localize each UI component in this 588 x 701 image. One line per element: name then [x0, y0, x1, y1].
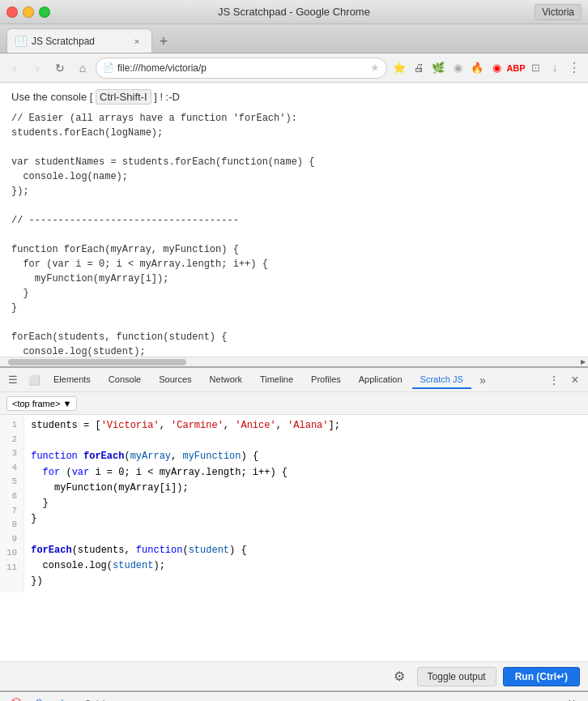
code-line-10: console.log(student); [31, 558, 582, 574]
code-line-8 [31, 527, 582, 542]
devtools-more-tabs-button[interactable]: » [473, 370, 492, 390]
tab-elements[interactable]: Elements [45, 371, 99, 389]
extension-icon-3[interactable]: 🔥 [468, 59, 486, 77]
code-editor[interactable]: 1 2 3 4 5 6 7 8 9 10 11 students = ['Vic… [0, 415, 588, 661]
reload-button[interactable]: ↻ [50, 58, 70, 78]
extension-icon-1[interactable]: 🌿 [429, 59, 447, 77]
line-num-11: 11 [6, 561, 17, 575]
console-tab-console[interactable]: Console [29, 696, 75, 702]
navbar-icons-right: ⭐ 🖨 🌿 ◉ 🔥 ◉ ABP ⊡ ↓ ⋮ [390, 59, 583, 77]
toggle-output-button[interactable]: Toggle output [417, 667, 496, 686]
devtools-panel: ☰ ⬜ Elements Console Sources Network Tim… [0, 366, 588, 690]
settings-gear-button[interactable]: ⚙ [388, 665, 411, 688]
tab-timeline[interactable]: Timeline [252, 371, 301, 389]
console-errors-button[interactable]: 🚫 [6, 694, 26, 702]
scrollbar-right-button[interactable]: ▶ [578, 357, 588, 367]
code-line-1: students = ['Victoria', 'Carmine', 'Anic… [31, 418, 582, 434]
code-line-2 [31, 434, 582, 449]
tab-favicon: 📄 [15, 36, 27, 47]
console-panel: 🚫 Console Quick source × 🚫 ▼ top ▼ Prese… [0, 690, 588, 701]
user-profile[interactable]: Victoria [535, 4, 582, 20]
home-button[interactable]: ⌂ [73, 58, 92, 78]
devtools-settings-button[interactable]: ⋮ [544, 370, 564, 390]
back-button[interactable]: ‹ [5, 58, 24, 78]
extension-icon-5[interactable]: ABP [507, 59, 525, 77]
devtools-inspect-button[interactable]: ☰ [3, 370, 23, 390]
more-menu-icon[interactable]: ⋮ [565, 59, 583, 77]
code-line-7: } [31, 511, 582, 527]
line-num-1: 1 [6, 418, 17, 433]
tab-close-button[interactable]: × [130, 35, 143, 48]
devtools-device-button[interactable]: ⬜ [24, 370, 44, 390]
line-num-6: 6 [6, 489, 17, 504]
line-numbers: 1 2 3 4 5 6 7 8 9 10 11 [0, 415, 24, 592]
code-line-4: for (var i = 0; i < myArray.length; i++)… [31, 465, 582, 481]
code-line-6: } [31, 496, 582, 511]
line-num-8: 8 [6, 518, 17, 532]
frame-select[interactable]: <top frame> ▼ [6, 396, 77, 411]
console-close-button[interactable]: × [562, 694, 582, 702]
devtools-close-button[interactable]: × [565, 370, 585, 390]
window-title: JS Scratchpad - Google Chrome [218, 6, 370, 18]
scratchpad-container: <top frame> ▼ 1 2 3 4 5 6 7 8 9 10 11 [0, 392, 588, 690]
code-content: students = ['Victoria', 'Carmine', 'Anic… [24, 415, 588, 592]
tab-console[interactable]: Console [100, 371, 149, 389]
forward-button[interactable]: › [28, 58, 47, 78]
close-window-button[interactable] [6, 6, 18, 18]
cast-icon[interactable]: ⊡ [526, 59, 544, 77]
line-num-9: 9 [6, 532, 17, 547]
page-hint: Use the console [ Ctrl-Shift-I ] ! :-D [11, 91, 577, 103]
line-num-7: 7 [6, 504, 17, 519]
download-icon[interactable]: ↓ [546, 59, 564, 77]
address-bar[interactable]: 📄 file:///home/victoria/p ★ [96, 58, 387, 79]
page-code: // Easier (all arrays have a function 'f… [11, 111, 577, 366]
code-line-3: function forEach(myArray, myFunction) { [31, 449, 582, 464]
lock-icon: 📄 [103, 62, 114, 73]
tab-label: JS Scratchpad [32, 36, 95, 47]
tab-profiles[interactable]: Profiles [303, 371, 349, 389]
console-tab-quick-source[interactable]: Quick source [78, 697, 143, 702]
code-lines: 1 2 3 4 5 6 7 8 9 10 11 students = ['Vic… [0, 415, 588, 592]
tab-sources[interactable]: Sources [151, 371, 199, 389]
run-button[interactable]: Run (Ctrl↵) [503, 667, 580, 686]
bookmarks-icon[interactable]: ⭐ [390, 59, 408, 77]
line-num-3: 3 [6, 447, 17, 461]
star-icon[interactable]: ★ [370, 62, 380, 74]
scratchpad-toolbar: <top frame> ▼ [0, 392, 588, 415]
tab-application[interactable]: Application [351, 371, 411, 389]
console-toolbar: 🚫 Console Quick source × [0, 692, 588, 701]
maximize-window-button[interactable] [39, 6, 50, 18]
scratchpad-bottombar: ⚙ Toggle output Run (Ctrl↵) [0, 661, 588, 690]
code-line-11: }) [31, 574, 582, 589]
line-num-2: 2 [6, 433, 17, 447]
horizontal-scrollbar[interactable]: ▶ [0, 357, 588, 366]
code-line-5: myFunction(myArray[i]); [31, 481, 582, 496]
code-line-9: forEach(students, function(student) { [31, 543, 582, 558]
scrollbar-thumb[interactable] [8, 359, 186, 365]
minimize-window-button[interactable] [23, 6, 34, 18]
chrome-navbar: ‹ › ↻ ⌂ 📄 file:///home/victoria/p ★ ⭐ 🖨 … [0, 53, 588, 83]
window-controls[interactable] [6, 6, 50, 18]
tab-network[interactable]: Network [202, 371, 250, 389]
active-tab[interactable]: 📄 JS Scratchpad × [6, 28, 152, 53]
extension-icon-4[interactable]: ◉ [488, 59, 505, 77]
extension-icon-2[interactable]: ◉ [449, 59, 467, 77]
tab-scratchjs[interactable]: Scratch JS [412, 371, 471, 389]
line-num-4: 4 [6, 461, 17, 476]
chrome-titlebar: JS Scratchpad - Google Chrome Victoria [0, 0, 588, 24]
print-icon[interactable]: 🖨 [410, 59, 428, 77]
new-tab-button[interactable]: + [152, 30, 175, 53]
line-num-10: 10 [6, 546, 17, 561]
url-text: file:///home/victoria/p [117, 62, 367, 74]
browser-content: Use the console [ Ctrl-Shift-I ] ! :-D /… [0, 83, 588, 366]
line-num-5: 5 [6, 475, 17, 489]
devtools-toolbar: ☰ ⬜ Elements Console Sources Network Tim… [0, 368, 588, 392]
chrome-tabbar: 📄 JS Scratchpad × + [0, 24, 588, 53]
